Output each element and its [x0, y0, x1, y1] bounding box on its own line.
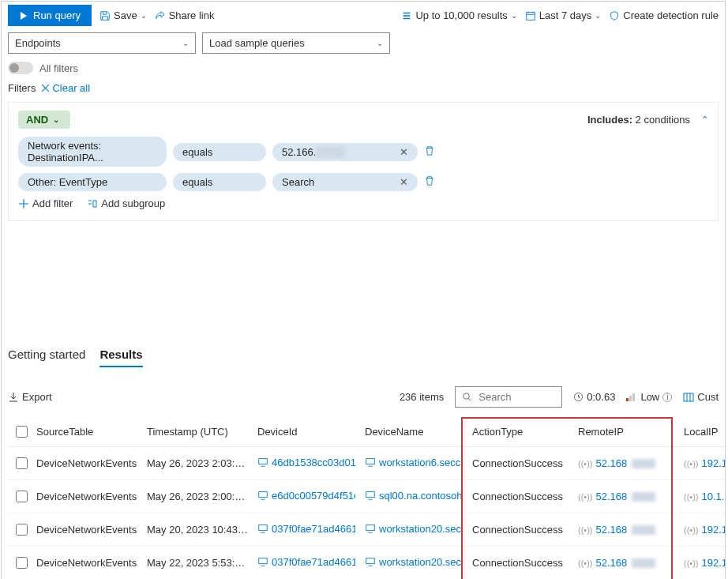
table-row[interactable]: DeviceNetworkEventsMay 26, 2023 2:00:41 … [8, 480, 725, 513]
condition-field-pill[interactable]: Other: EventType [18, 173, 167, 191]
run-query-label: Run query [33, 9, 81, 21]
tab-getting-started[interactable]: Getting started [8, 348, 85, 367]
row-checkbox[interactable] [16, 491, 28, 502]
info-icon[interactable]: i [662, 393, 672, 402]
save-button[interactable]: Save ⌄ [99, 9, 147, 21]
row-checkbox[interactable] [16, 557, 28, 569]
elapsed-value: 0:0.63 [587, 391, 615, 403]
run-query-button[interactable]: Run query [8, 5, 92, 26]
row-checkbox[interactable] [16, 524, 28, 536]
list-icon [401, 10, 412, 21]
filters-label: Filters [8, 82, 36, 94]
filter-condition-row: Network events: DestinationIPA... equals… [18, 137, 708, 167]
meter-icon [626, 393, 637, 401]
save-label: Save [114, 9, 137, 21]
col-deviceid[interactable]: DeviceId [253, 417, 360, 447]
customize-columns-button[interactable]: Cust [683, 391, 719, 403]
remoteip-link[interactable]: ((•))52.168 [578, 491, 655, 502]
svg-point-1 [463, 393, 469, 399]
collapse-group-button[interactable]: ⌃ [701, 115, 708, 125]
clear-value-button[interactable]: ✕ [393, 146, 408, 158]
chevron-down-icon: ⌄ [511, 11, 517, 20]
localip-link[interactable]: ((•))192.168 [684, 557, 725, 569]
chevron-down-icon: ⌄ [141, 11, 147, 20]
add-subgroup-button[interactable]: Add subgroup [87, 197, 165, 209]
select-all-checkbox[interactable] [16, 426, 28, 438]
device-icon [257, 457, 268, 468]
device-icon [257, 556, 268, 567]
condition-op-pill[interactable]: equals [173, 173, 266, 191]
tab-label: Getting started [8, 348, 85, 361]
signal-icon: ((•)) [578, 459, 593, 468]
table-row[interactable]: DeviceNetworkEventsMay 22, 2023 5:53:49 … [8, 547, 725, 580]
devicename-link[interactable]: sql00.na.contosohote... [365, 490, 463, 502]
elapsed-time: 0:0.63 [573, 391, 615, 403]
share-icon [155, 10, 166, 21]
chevron-down-icon: ⌄ [595, 11, 601, 20]
scope-dropdown[interactable]: Endpoints ⌄ [8, 32, 196, 54]
svg-rect-3 [684, 393, 693, 401]
deviceid-link[interactable]: 46db1538cc03d01ed... [257, 457, 355, 468]
signal-icon: ((•)) [684, 492, 699, 502]
export-button[interactable]: Export [8, 391, 52, 403]
condition-op-label: equals [182, 146, 212, 158]
chevron-down-icon: ⌄ [182, 39, 189, 47]
save-icon [99, 10, 111, 21]
timerange-button[interactable]: Last 7 days ⌄ [525, 9, 602, 21]
col-localip[interactable]: LocalIP [679, 417, 725, 447]
results-limit-label: Up to 10,000 results [415, 9, 507, 21]
localip-link[interactable]: ((•))10.1.5.1 [684, 491, 725, 502]
localip-link[interactable]: ((•))192.168 [684, 524, 725, 536]
create-detection-rule-button[interactable]: Create detection rule [609, 9, 719, 21]
sample-queries-dropdown[interactable]: Load sample queries ⌄ [202, 32, 390, 54]
deviceid-link[interactable]: 037f0fae71ad4661e3... [257, 523, 355, 535]
cell-actiontype: ConnectionSuccess [467, 480, 573, 513]
delete-condition-button[interactable] [424, 175, 435, 189]
clock-icon [573, 392, 584, 402]
row-checkbox[interactable] [16, 457, 28, 469]
remoteip-link[interactable]: ((•))52.168 [578, 557, 655, 569]
condition-value-pill[interactable]: Search ✕ [272, 173, 418, 191]
subgroup-icon [87, 198, 98, 209]
create-rule-label: Create detection rule [623, 9, 719, 21]
deviceid-link[interactable]: e6d0c00579d4f51ee1... [257, 490, 355, 502]
results-limit-button[interactable]: Up to 10,000 results ⌄ [401, 9, 516, 21]
table-row[interactable]: DeviceNetworkEventsMay 26, 2023 2:03:52 … [8, 447, 725, 480]
clear-all-label: Clear all [52, 82, 90, 94]
col-timestamp[interactable]: Timestamp (UTC) [142, 417, 253, 447]
col-devicename[interactable]: DeviceName [360, 417, 467, 447]
share-link-button[interactable]: Share link [155, 9, 215, 21]
remoteip-link[interactable]: ((•))52.168 [578, 524, 655, 536]
condition-value-pill[interactable]: 52.166.xxxxx ✕ [272, 143, 418, 161]
table-row[interactable]: DeviceNetworkEventsMay 20, 2023 10:43:45… [8, 513, 725, 547]
localip-link[interactable]: ((•))192.168 [684, 457, 725, 469]
col-source[interactable]: SourceTable [32, 417, 142, 447]
item-count: 236 items [400, 391, 444, 403]
calendar-icon [525, 10, 536, 21]
filter-group: AND ⌄ Includes: 2 conditions ⌃ Network e… [8, 102, 719, 221]
includes-label: Includes: [587, 114, 632, 126]
redacted-value [632, 525, 655, 535]
deviceid-link[interactable]: 037f0fae71ad4661e3... [257, 556, 355, 568]
col-actiontype[interactable]: ActionType [467, 417, 573, 447]
all-filters-toggle[interactable] [8, 62, 33, 74]
redacted-value [632, 459, 655, 468]
share-label: Share link [169, 9, 215, 21]
group-operator-dropdown[interactable]: AND ⌄ [18, 111, 70, 129]
condition-field-pill[interactable]: Network events: DestinationIPA... [18, 137, 167, 167]
devicename-link[interactable]: workstation20.seccxp... [365, 523, 463, 535]
col-remoteip[interactable]: RemoteIP [573, 417, 679, 447]
download-icon [8, 392, 19, 403]
svg-rect-4 [259, 459, 268, 464]
delete-condition-button[interactable] [424, 145, 435, 159]
tab-results[interactable]: Results [99, 348, 142, 367]
devicename-link[interactable]: workstation6.seccxp... [365, 457, 463, 468]
devicename-link[interactable]: workstation20.seccxp... [365, 556, 463, 568]
clear-all-button[interactable]: Clear all [40, 82, 90, 94]
condition-op-pill[interactable]: equals [173, 143, 266, 161]
add-filter-button[interactable]: Add filter [18, 197, 73, 209]
clear-value-button[interactable]: ✕ [393, 176, 408, 188]
results-search-input[interactable] [455, 386, 562, 408]
remoteip-link[interactable]: ((•))52.168 [578, 457, 655, 469]
search-field[interactable] [477, 390, 548, 404]
